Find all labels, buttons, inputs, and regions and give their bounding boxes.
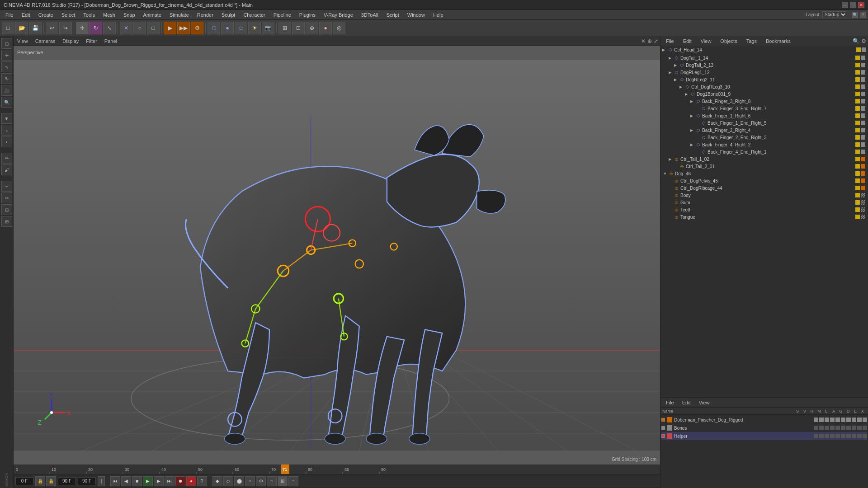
attr-icon-e[interactable] <box>857 418 862 422</box>
attr-icon-g[interactable] <box>846 418 851 422</box>
maximize-button[interactable]: □ <box>850 2 856 8</box>
sidebar-point[interactable]: • <box>1 136 12 147</box>
menu-sculpt[interactable]: Sculpt <box>218 11 239 19</box>
scene-tab-tags[interactable]: Tags <box>743 38 760 45</box>
attr-icon-d[interactable] <box>852 418 856 422</box>
go-first-button[interactable]: ⏮ <box>110 476 120 486</box>
box-select[interactable]: ○ <box>133 22 146 34</box>
tree-item-dogrleg112[interactable]: ▶ ⬡ DogRLeg1_12 <box>661 69 867 76</box>
menu-pipeline[interactable]: Pipeline <box>270 11 295 19</box>
vp-menu-filter[interactable]: Filter <box>84 38 99 45</box>
material-tool[interactable]: ● <box>319 22 332 34</box>
tree-item-root[interactable]: ▶ ⬡ Ctrl_Head_14 <box>660 46 868 53</box>
attr-checkbox-doberman[interactable] <box>661 418 665 422</box>
tree-item-bf3r8[interactable]: ▶ ⬡ Back_Finger_3_Right_8 <box>661 98 867 105</box>
attr-icon-v[interactable] <box>819 418 824 422</box>
attr-icon-h-x[interactable] <box>863 434 867 438</box>
lock-button[interactable]: 🔒 <box>35 476 45 486</box>
rotate-tool[interactable]: ↻ <box>90 22 102 34</box>
tree-item-bf2r4[interactable]: ▶ ⬡ Back_Finger_2_Right_4 <box>661 127 867 134</box>
sidebar-rotate[interactable]: ↻ <box>1 73 12 84</box>
sidebar-poly[interactable]: ▼ <box>1 113 12 124</box>
attr-icon-b-x[interactable] <box>863 426 867 430</box>
menu-help[interactable]: Help <box>429 11 447 19</box>
undo-button[interactable]: ↩ <box>46 22 58 34</box>
render-active[interactable]: ▶▶ <box>177 22 190 34</box>
tree-item-body[interactable]: ◎ Body <box>661 192 867 199</box>
cube-primitive[interactable]: ⬡ <box>208 22 220 34</box>
live-select[interactable]: ✕ <box>120 22 132 34</box>
new-button[interactable]: □ <box>2 22 14 34</box>
play-button[interactable]: ▶ <box>143 476 153 486</box>
playback-rate-input[interactable] <box>78 477 96 485</box>
scene-tab-bookmarks[interactable]: Bookmarks <box>762 38 794 45</box>
sphere-primitive[interactable]: ● <box>221 22 234 34</box>
attr-row-helper[interactable]: Helper <box>661 432 867 440</box>
tree-item-bf2er3[interactable]: ⬡ Back_Finger_2_End_Right_3 <box>661 134 867 141</box>
attr-icon-h-g[interactable] <box>846 434 851 438</box>
scale-tool[interactable]: ⤡ <box>103 22 116 34</box>
sidebar-move[interactable]: ✛ <box>1 50 12 61</box>
vp-menu-panel[interactable]: Panel <box>103 38 119 45</box>
close-button[interactable]: ✕ <box>858 2 864 8</box>
attr-icon-a[interactable] <box>841 418 845 422</box>
attr-icon-b-g[interactable] <box>846 426 851 430</box>
tree-item-bf4er1[interactable]: ⬡ Back_Finger_4_End_Right_1 <box>661 148 867 155</box>
attr-icon-h-e[interactable] <box>857 434 862 438</box>
tree-item-bf3er7[interactable]: ⬡ Back_Finger_3_End_Right_7 <box>661 105 867 112</box>
open-button[interactable]: 📂 <box>15 22 28 34</box>
save-button[interactable]: 💾 <box>29 22 42 34</box>
shader-tool[interactable]: ◎ <box>333 22 345 34</box>
axis-tool[interactable]: ⊕ <box>306 22 318 34</box>
attr-checkbox-bones[interactable] <box>661 426 665 430</box>
search-icon[interactable]: 🔍 <box>852 12 858 18</box>
sidebar-zoom[interactable]: 🔍 <box>1 97 12 108</box>
frame-start-input[interactable] <box>15 477 33 485</box>
attr-tab-view[interactable]: View <box>695 399 713 406</box>
sidebar-extrude[interactable]: ⊞ <box>1 216 12 227</box>
timeline-settings[interactable]: ⚙ <box>256 476 266 486</box>
timeline-type[interactable]: ⊞ <box>278 476 288 486</box>
attr-row-doberman[interactable]: Doberman_Pinscher_Dog_Rigged <box>661 416 867 424</box>
scene-tab-edit[interactable]: Edit <box>679 38 695 45</box>
scene-tab-view[interactable]: View <box>697 38 715 45</box>
vp-menu-cameras[interactable]: Cameras <box>33 38 57 45</box>
vp-menu-display[interactable]: Display <box>61 38 80 45</box>
tree-item-ctrlpelvis45[interactable]: ◎ Ctrl_DogPelvis_45 <box>661 177 867 184</box>
attr-icon-h-v[interactable] <box>819 434 824 438</box>
attr-icon-h-d[interactable] <box>852 434 856 438</box>
snap-tool[interactable]: ⊡ <box>292 22 305 34</box>
sidebar-camera[interactable]: 🎥 <box>1 85 12 96</box>
scene-tab-file[interactable]: File <box>662 38 678 45</box>
tree-item-dogrleg211[interactable]: ▶ ⬡ DogRLeg2_11 <box>661 76 867 83</box>
timeline-ruler[interactable]: 0 10 20 30 40 50 60 70 80 85 90 <box>14 465 660 474</box>
sidebar-knife[interactable]: ✂ <box>1 192 12 203</box>
attr-icon-b-v[interactable] <box>819 426 824 430</box>
menu-window[interactable]: Window <box>404 11 429 19</box>
attr-icon-b-d[interactable] <box>852 426 856 430</box>
attr-icon-s[interactable] <box>814 418 818 422</box>
attr-icon-h-r[interactable] <box>825 434 829 438</box>
tree-item-tongue[interactable]: ◎ Tongue <box>661 213 867 221</box>
frame-max-input[interactable] <box>58 477 76 485</box>
keyframe-btn4[interactable]: ○ <box>245 476 255 486</box>
menu-script[interactable]: Script <box>383 11 403 19</box>
sidebar-edge[interactable]: ⬦ <box>1 125 12 136</box>
tree-item-bf1r6[interactable]: ▶ ⬡ Back_Finger_1_Right_6 <box>661 112 867 119</box>
tree-item-ctrltail201[interactable]: ◎ Ctrl_Tail_2_01 <box>661 163 867 170</box>
attr-icon-m[interactable] <box>830 418 835 422</box>
attr-icon-b-s[interactable] <box>814 426 818 430</box>
camera-tool[interactable]: 📷 <box>262 22 274 34</box>
render-preview[interactable]: ▶ <box>164 22 176 34</box>
attr-icon-b-a[interactable] <box>841 426 845 430</box>
attr-icon-b-l[interactable] <box>835 426 840 430</box>
tree-item-dog46[interactable]: ▼ ◎ Dog_46 <box>661 170 867 177</box>
move-tool[interactable]: ✛ <box>76 22 89 34</box>
menu-select[interactable]: Select <box>58 11 79 19</box>
menu-simulate[interactable]: Simulate <box>166 11 193 19</box>
record-active-button[interactable]: ● <box>186 476 196 486</box>
step-fwd-button[interactable]: ▶ <box>154 476 164 486</box>
menu-edit[interactable]: Edit <box>18 11 34 19</box>
go-last-button[interactable]: ⏭ <box>165 476 175 486</box>
viewport[interactable]: Perspective <box>14 46 660 465</box>
